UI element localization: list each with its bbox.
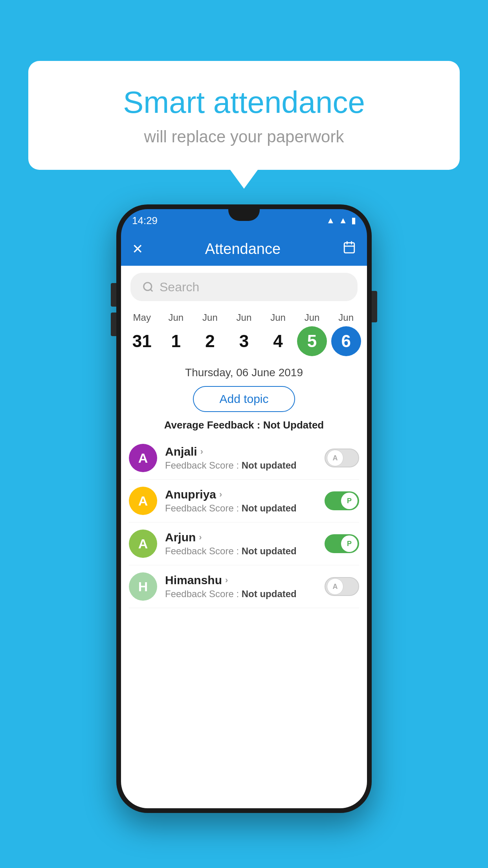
avg-feedback-value: Not Updated: [263, 419, 324, 431]
svg-rect-0: [344, 243, 354, 253]
student-name[interactable]: Arjun ›: [165, 531, 317, 544]
phone-wrapper: 14:29 ▲ ▲ ▮ ✕ Attendance: [116, 204, 372, 813]
calendar-day[interactable]: Jun1: [161, 312, 191, 356]
app-bar-title: Attendance: [205, 241, 281, 257]
student-row: AAnupriya ›Feedback Score : Not updatedP: [129, 480, 359, 522]
feedback-score: Feedback Score : Not updated: [165, 460, 317, 471]
cal-month-label: Jun: [305, 312, 320, 323]
student-row: AAnjali ›Feedback Score : Not updatedA: [129, 437, 359, 480]
avg-feedback-label: Average Feedback :: [164, 419, 261, 431]
calendar-day[interactable]: Jun2: [195, 312, 225, 356]
feedback-value: Not updated: [242, 588, 297, 599]
chevron-icon: ›: [225, 575, 228, 585]
speech-bubble-container: Smart attendance will replace your paper…: [28, 61, 460, 170]
cal-date-number[interactable]: 4: [263, 326, 293, 356]
student-name[interactable]: Anupriya ›: [165, 488, 317, 501]
wifi-icon: ▲: [326, 215, 335, 226]
bubble-subtitle: will replace your paperwork: [60, 127, 428, 146]
avatar: A: [129, 444, 157, 472]
feedback-score: Feedback Score : Not updated: [165, 546, 317, 557]
student-row: AArjun ›Feedback Score : Not updatedP: [129, 522, 359, 565]
cal-date-number[interactable]: 5: [297, 326, 327, 356]
signal-icon: ▲: [339, 215, 347, 226]
feedback-value: Not updated: [242, 460, 297, 471]
calendar-day[interactable]: Jun3: [229, 312, 259, 356]
calendar-day[interactable]: May31: [127, 312, 157, 356]
close-icon[interactable]: ✕: [132, 241, 143, 257]
search-placeholder: Search: [160, 280, 199, 294]
cal-month-label: May: [133, 312, 151, 323]
cal-month-label: Jun: [202, 312, 218, 323]
app-bar: ✕ Attendance: [121, 232, 367, 266]
cal-date-number[interactable]: 1: [161, 326, 191, 356]
phone-screen: 14:29 ▲ ▲ ▮ ✕ Attendance: [121, 209, 367, 808]
chevron-icon: ›: [199, 532, 202, 542]
svg-point-4: [144, 283, 152, 291]
cal-date-number[interactable]: 6: [331, 326, 361, 356]
avatar: A: [129, 487, 157, 515]
feedback-value: Not updated: [242, 503, 297, 513]
calendar-day[interactable]: Jun5: [297, 312, 327, 356]
student-row: HHimanshu ›Feedback Score : Not updatedA: [129, 565, 359, 608]
bottom-padding: [121, 608, 367, 624]
cal-date-number[interactable]: 3: [229, 326, 259, 356]
search-icon: [142, 281, 154, 293]
phone-content: Search May31Jun1Jun2Jun3Jun4Jun5Jun6 Thu…: [121, 266, 367, 808]
phone-frame: 14:29 ▲ ▲ ▮ ✕ Attendance: [116, 204, 372, 813]
calendar-strip: May31Jun1Jun2Jun3Jun4Jun5Jun6: [121, 305, 367, 361]
toggle-thumb: A: [327, 450, 343, 466]
selected-date: Thursday, 06 June 2019: [121, 361, 367, 383]
svg-line-5: [150, 289, 152, 291]
attendance-toggle[interactable]: P: [325, 491, 359, 510]
student-info: Anjali ›Feedback Score : Not updated: [165, 445, 317, 471]
volume-down-button: [111, 313, 116, 336]
speech-bubble: Smart attendance will replace your paper…: [28, 61, 460, 170]
attendance-toggle[interactable]: A: [325, 577, 359, 596]
feedback-value: Not updated: [242, 546, 297, 556]
toggle-thumb: P: [341, 493, 358, 509]
avatar: A: [129, 530, 157, 558]
feedback-score: Feedback Score : Not updated: [165, 588, 317, 600]
status-bar: 14:29 ▲ ▲ ▮: [121, 209, 367, 232]
attendance-toggle[interactable]: P: [325, 534, 359, 553]
calendar-day[interactable]: Jun4: [263, 312, 293, 356]
toggle-thumb: A: [327, 578, 343, 595]
cal-month-label: Jun: [168, 312, 183, 323]
cal-month-label: Jun: [338, 312, 354, 323]
status-time: 14:29: [132, 215, 158, 227]
cal-date-number[interactable]: 2: [195, 326, 225, 356]
calendar-day[interactable]: Jun6: [331, 312, 361, 356]
cal-month-label: Jun: [237, 312, 252, 323]
battery-icon: ▮: [351, 215, 356, 226]
cal-month-label: Jun: [270, 312, 286, 323]
average-feedback: Average Feedback : Not Updated: [121, 419, 367, 437]
search-input[interactable]: Search: [130, 273, 358, 301]
volume-up-button: [111, 283, 116, 307]
avatar: H: [129, 572, 157, 601]
chevron-icon: ›: [200, 447, 203, 457]
student-info: Anupriya ›Feedback Score : Not updated: [165, 488, 317, 514]
attendance-toggle[interactable]: A: [325, 449, 359, 467]
student-info: Arjun ›Feedback Score : Not updated: [165, 531, 317, 557]
toggle-thumb: P: [341, 535, 358, 552]
student-name[interactable]: Himanshu ›: [165, 574, 317, 587]
status-icons: ▲ ▲ ▮: [326, 215, 356, 226]
student-name[interactable]: Anjali ›: [165, 445, 317, 458]
feedback-score: Feedback Score : Not updated: [165, 503, 317, 514]
add-topic-button[interactable]: Add topic: [193, 386, 295, 412]
cal-date-number[interactable]: 31: [127, 326, 157, 356]
bubble-title: Smart attendance: [60, 85, 428, 120]
student-list: AAnjali ›Feedback Score : Not updatedAAA…: [121, 437, 367, 608]
phone-notch: [228, 209, 260, 221]
calendar-icon[interactable]: [343, 241, 356, 257]
chevron-icon: ›: [219, 489, 222, 500]
student-info: Himanshu ›Feedback Score : Not updated: [165, 574, 317, 600]
power-button: [372, 291, 377, 322]
search-bar: Search: [121, 266, 367, 305]
